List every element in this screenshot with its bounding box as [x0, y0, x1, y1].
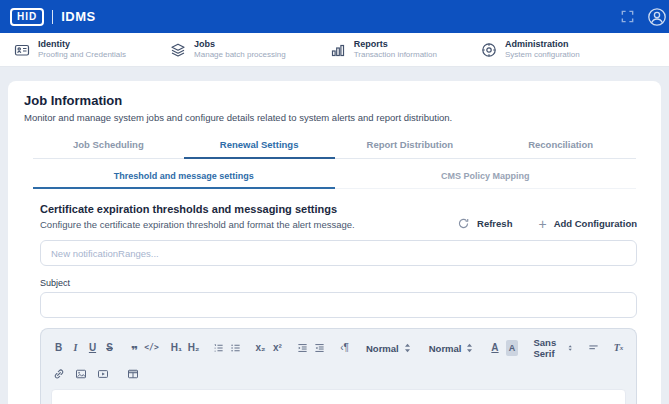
header-2-button[interactable]: H₂ — [186, 340, 201, 356]
subtab-threshold-message-settings[interactable]: Threshold and message settings — [33, 165, 335, 189]
section-description: Configure the certificate expiration thr… — [40, 219, 355, 230]
tab-reconciliation[interactable]: Reconciliation — [485, 133, 636, 159]
product-name: IDMS — [61, 9, 96, 24]
font-size-value: Normal — [429, 343, 462, 354]
bar-chart-icon — [330, 42, 346, 58]
underline-button[interactable]: U — [85, 340, 100, 356]
subscript-button[interactable]: x₂ — [253, 340, 268, 356]
add-configuration-label: Add Configuration — [554, 218, 637, 229]
header-style-select[interactable]: Normal — [362, 343, 415, 354]
layers-icon — [170, 42, 186, 58]
hid-logo: HID — [10, 8, 44, 26]
nav-label: Administration — [505, 39, 580, 50]
subject-input[interactable] — [40, 292, 637, 318]
editor-toolbar-row1: B I U S ❞ </> H₁ H₂ — [51, 337, 626, 359]
text-color-button[interactable]: A — [487, 340, 502, 356]
refresh-label: Refresh — [477, 218, 512, 229]
nav-label: Identity — [38, 39, 126, 50]
refresh-button[interactable]: Refresh — [457, 217, 512, 230]
nav-sublabel: Manage batch processing — [194, 50, 286, 60]
refresh-icon — [457, 217, 470, 230]
italic-button[interactable]: I — [68, 340, 83, 356]
id-card-icon — [14, 42, 30, 58]
fullscreen-icon[interactable] — [620, 9, 635, 24]
font-family-value: Sans Serif — [533, 337, 562, 359]
header-1-button[interactable]: H₁ — [169, 340, 184, 356]
tab-renewal-settings[interactable]: Renewal Settings — [184, 133, 335, 159]
ordered-list-button[interactable] — [211, 340, 226, 356]
code-block-button[interactable]: </> — [144, 340, 159, 356]
hid-logo-text: HID — [17, 11, 37, 22]
page-title: Job Information — [24, 93, 645, 108]
user-avatar-icon[interactable] — [647, 7, 667, 27]
sub-tabs: Threshold and message settings CMS Polic… — [33, 165, 636, 189]
outdent-button[interactable] — [295, 340, 310, 356]
indent-button[interactable] — [312, 340, 327, 356]
nav-sublabel: Proofing and Credentials — [38, 50, 126, 60]
link-icon[interactable] — [51, 366, 67, 382]
select-arrows-icon — [466, 343, 473, 353]
highlight-color-button[interactable]: A — [504, 340, 519, 356]
tab-report-distribution[interactable]: Report Distribution — [335, 133, 486, 159]
image-icon[interactable] — [73, 366, 89, 382]
nav-sublabel: Transaction information — [354, 50, 437, 60]
subject-label: Subject — [40, 278, 637, 288]
tab-job-scheduling[interactable]: Job Scheduling — [33, 133, 184, 159]
plus-icon: + — [538, 218, 546, 230]
video-icon[interactable] — [95, 366, 111, 382]
message-editor: B I U S ❞ </> H₁ H₂ — [40, 328, 637, 404]
editor-toolbar-row2 — [51, 366, 626, 382]
main-tabs: Job Scheduling Renewal Settings Report D… — [33, 133, 636, 159]
content-card: Job Information Monitor and manage syste… — [8, 81, 661, 404]
font-family-select[interactable]: Sans Serif — [529, 337, 576, 359]
nav-sublabel: System configuration — [505, 50, 580, 60]
add-configuration-button[interactable]: + Add Configuration — [538, 218, 637, 230]
nav-item-identity[interactable]: Identity Proofing and Credentials — [14, 39, 126, 60]
blockquote-button[interactable]: ❞ — [127, 340, 142, 356]
section-heading: Certificate expiration thresholds and me… — [40, 203, 355, 215]
select-arrows-icon — [404, 343, 411, 353]
text-direction-button[interactable]: ‹¶ — [337, 340, 352, 356]
font-size-select[interactable]: Normal — [425, 343, 478, 354]
nav-item-reports[interactable]: Reports Transaction information — [330, 39, 437, 60]
message-body-editor[interactable]: Insert text here ... — [51, 389, 626, 404]
nav-item-administration[interactable]: Administration System configuration — [481, 39, 580, 60]
top-app-bar: HID IDMS — [0, 0, 669, 33]
strikethrough-button[interactable]: S — [102, 340, 117, 356]
bullet-list-button[interactable] — [228, 340, 243, 356]
clear-formatting-button[interactable]: Tx — [611, 340, 626, 356]
superscript-button[interactable]: x² — [270, 340, 285, 356]
primary-nav: Identity Proofing and Credentials Jobs M… — [0, 33, 669, 67]
page-background: Job Information Monitor and manage syste… — [0, 67, 669, 404]
nav-item-jobs[interactable]: Jobs Manage batch processing — [170, 39, 286, 60]
subtab-cms-policy-mapping[interactable]: CMS Policy Mapping — [335, 165, 637, 189]
align-button[interactable] — [586, 340, 601, 356]
header-style-value: Normal — [366, 343, 399, 354]
page-subtitle: Monitor and manage system jobs and confi… — [24, 112, 645, 123]
logo-divider — [52, 10, 53, 24]
select-arrows-icon — [568, 343, 572, 353]
bold-button[interactable]: B — [51, 340, 66, 356]
gear-icon — [481, 42, 497, 58]
notification-ranges-input[interactable] — [40, 240, 637, 266]
table-icon[interactable] — [125, 366, 141, 382]
nav-label: Jobs — [194, 39, 286, 50]
threshold-settings-section: Certificate expiration thresholds and me… — [40, 203, 637, 404]
nav-label: Reports — [354, 39, 437, 50]
